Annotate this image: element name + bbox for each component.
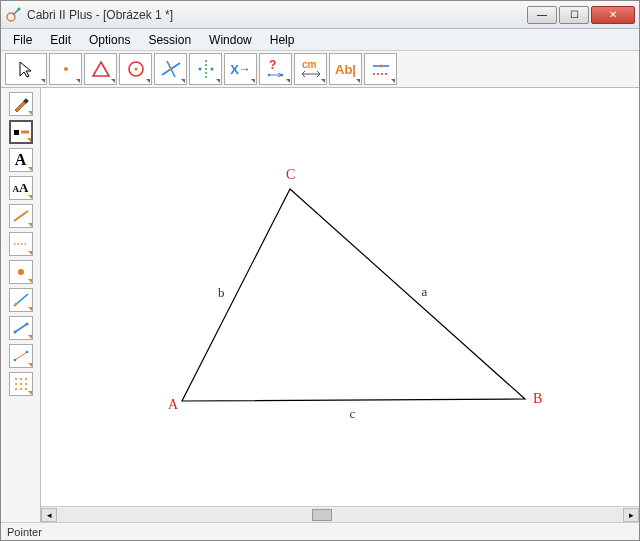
svg-point-10 bbox=[210, 68, 213, 71]
letter-a-icon: A bbox=[15, 151, 27, 169]
svg-point-2 bbox=[64, 67, 68, 71]
menu-file[interactable]: File bbox=[5, 31, 40, 49]
toolbar-top: X→ ? cm Ab| bbox=[1, 51, 639, 88]
canvas-wrap: A B C a b c ◂ ▸ bbox=[41, 88, 639, 522]
tool-measure[interactable]: cm bbox=[294, 53, 327, 85]
svg-point-34 bbox=[15, 378, 17, 380]
ltool-thickness[interactable] bbox=[9, 120, 33, 144]
svg-point-33 bbox=[25, 351, 28, 354]
svg-point-38 bbox=[20, 383, 22, 385]
ltool-text-small[interactable]: AA bbox=[9, 176, 33, 200]
menu-bar: File Edit Options Session Window Help bbox=[1, 29, 639, 51]
tool-label[interactable]: Ab| bbox=[329, 53, 362, 85]
svg-marker-43 bbox=[182, 189, 525, 401]
horizontal-scrollbar[interactable]: ◂ ▸ bbox=[41, 506, 639, 522]
svg-point-30 bbox=[25, 323, 28, 326]
svg-point-29 bbox=[13, 331, 16, 334]
svg-point-25 bbox=[18, 269, 24, 275]
tool-circle[interactable] bbox=[119, 53, 152, 85]
svg-point-37 bbox=[15, 383, 17, 385]
drawing-canvas[interactable]: A B C a b c bbox=[41, 88, 639, 506]
scroll-left-button[interactable]: ◂ bbox=[41, 508, 57, 522]
tool-pointer[interactable] bbox=[5, 53, 47, 85]
svg-line-23 bbox=[14, 211, 28, 221]
svg-point-41 bbox=[20, 388, 22, 390]
maximize-button[interactable]: ☐ bbox=[559, 6, 589, 24]
tool-point[interactable] bbox=[49, 53, 82, 85]
svg-text:?: ? bbox=[269, 59, 276, 72]
svg-line-28 bbox=[15, 324, 27, 332]
scroll-thumb[interactable] bbox=[312, 509, 332, 521]
side-label-b[interactable]: b bbox=[218, 285, 225, 301]
svg-point-36 bbox=[25, 378, 27, 380]
window-controls: — ☐ ✕ bbox=[527, 6, 635, 24]
svg-text:cm: cm bbox=[302, 59, 317, 70]
hide-icon bbox=[369, 58, 393, 80]
svg-point-1 bbox=[18, 7, 21, 10]
pointer-icon bbox=[16, 59, 36, 79]
geometry-svg bbox=[41, 88, 639, 506]
side-label-c[interactable]: c bbox=[350, 406, 356, 422]
coord-x-icon: X bbox=[230, 62, 239, 77]
ltool-grid[interactable] bbox=[9, 372, 33, 396]
scroll-track[interactable] bbox=[57, 508, 623, 522]
svg-point-42 bbox=[25, 388, 27, 390]
svg-point-7 bbox=[169, 68, 172, 71]
svg-point-9 bbox=[198, 68, 201, 71]
ltool-line-solid[interactable] bbox=[9, 204, 33, 228]
tool-query[interactable]: ? bbox=[259, 53, 292, 85]
tool-coordinates[interactable]: X→ bbox=[224, 53, 257, 85]
main-area: A AA A B C a b c ◂ ▸ bbox=[1, 88, 639, 522]
svg-point-18 bbox=[379, 65, 382, 68]
query-icon: ? bbox=[264, 59, 288, 79]
ltool-text-large[interactable]: A bbox=[9, 148, 33, 172]
close-button[interactable]: ✕ bbox=[591, 6, 635, 24]
minimize-button[interactable]: — bbox=[527, 6, 557, 24]
tool-reflection[interactable] bbox=[189, 53, 222, 85]
status-text: Pointer bbox=[7, 526, 42, 538]
svg-point-4 bbox=[134, 68, 137, 71]
svg-point-27 bbox=[14, 303, 17, 306]
circle-icon bbox=[125, 58, 147, 80]
ltool-pen[interactable] bbox=[9, 92, 33, 116]
menu-session[interactable]: Session bbox=[140, 31, 199, 49]
svg-line-5 bbox=[162, 63, 180, 75]
svg-point-35 bbox=[20, 378, 22, 380]
status-bar: Pointer bbox=[1, 522, 639, 540]
tool-hide-show[interactable] bbox=[364, 53, 397, 85]
side-label-a[interactable]: a bbox=[422, 284, 428, 300]
point-icon bbox=[56, 59, 76, 79]
scroll-right-button[interactable]: ▸ bbox=[623, 508, 639, 522]
ltool-line-dotted[interactable] bbox=[9, 232, 33, 256]
app-icon bbox=[5, 7, 21, 23]
menu-window[interactable]: Window bbox=[201, 31, 260, 49]
ltool-blue-line[interactable] bbox=[9, 288, 33, 312]
menu-options[interactable]: Options bbox=[81, 31, 138, 49]
vertex-label-c[interactable]: C bbox=[286, 167, 295, 183]
title-bar: Cabri II Plus - [Obrázek 1 *] — ☐ ✕ bbox=[1, 1, 639, 29]
vertex-label-a[interactable]: A bbox=[168, 397, 178, 413]
reflection-icon bbox=[194, 57, 218, 81]
svg-point-32 bbox=[13, 359, 16, 362]
vertex-label-b[interactable]: B bbox=[533, 391, 542, 407]
ltool-dotline[interactable] bbox=[9, 344, 33, 368]
ltool-segment[interactable] bbox=[9, 316, 33, 340]
tool-triangle[interactable] bbox=[84, 53, 117, 85]
perpendicular-icon bbox=[159, 57, 183, 81]
svg-point-14 bbox=[280, 74, 283, 77]
measure-icon: cm bbox=[298, 58, 324, 80]
menu-help[interactable]: Help bbox=[262, 31, 303, 49]
svg-line-6 bbox=[167, 61, 175, 77]
window-title: Cabri II Plus - [Obrázek 1 *] bbox=[27, 8, 527, 22]
ltool-point-style[interactable] bbox=[9, 260, 33, 284]
svg-rect-21 bbox=[14, 130, 19, 135]
toolbar-left: A AA bbox=[1, 88, 41, 522]
tool-perpendicular[interactable] bbox=[154, 53, 187, 85]
svg-line-31 bbox=[15, 352, 27, 360]
svg-point-40 bbox=[15, 388, 17, 390]
svg-point-12 bbox=[267, 74, 270, 77]
triangle-icon bbox=[90, 58, 112, 80]
svg-point-39 bbox=[25, 383, 27, 385]
letter-aa-icon: AA bbox=[13, 180, 29, 196]
menu-edit[interactable]: Edit bbox=[42, 31, 79, 49]
